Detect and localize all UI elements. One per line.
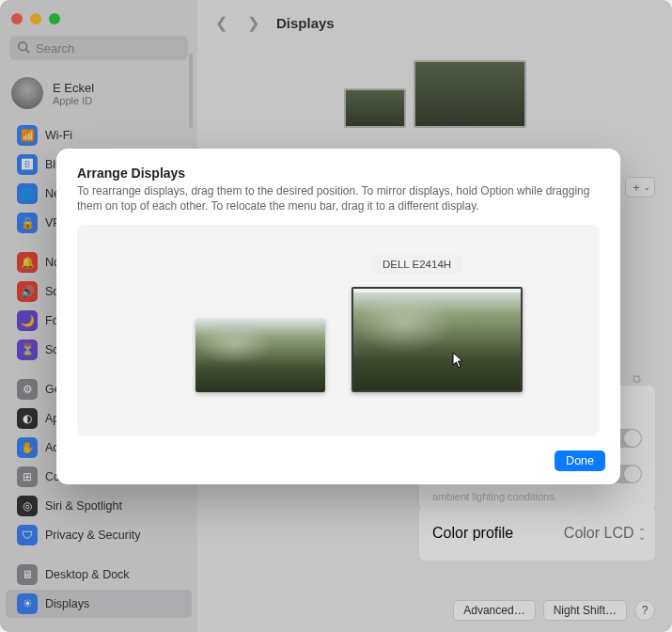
modal-body: To rearrange displays, drag them to the … [77, 184, 600, 213]
done-button[interactable]: Done [555, 450, 605, 471]
system-settings-window: E Eckel Apple ID 📶Wi-Fi🅱Bluetooth🌐Networ… [0, 0, 672, 632]
arrange-display-1[interactable] [195, 319, 325, 392]
cursor-icon [452, 352, 465, 369]
display-tooltip: DELL E2414H [371, 255, 462, 274]
arrange-area: DELL E2414H [77, 225, 600, 436]
arrange-display-2[interactable] [352, 287, 523, 392]
arrange-displays-modal: Arrange Displays To rearrange displays, … [56, 149, 620, 484]
modal-heading: Arrange Displays [77, 166, 600, 181]
menubar-handle[interactable] [353, 289, 521, 292]
